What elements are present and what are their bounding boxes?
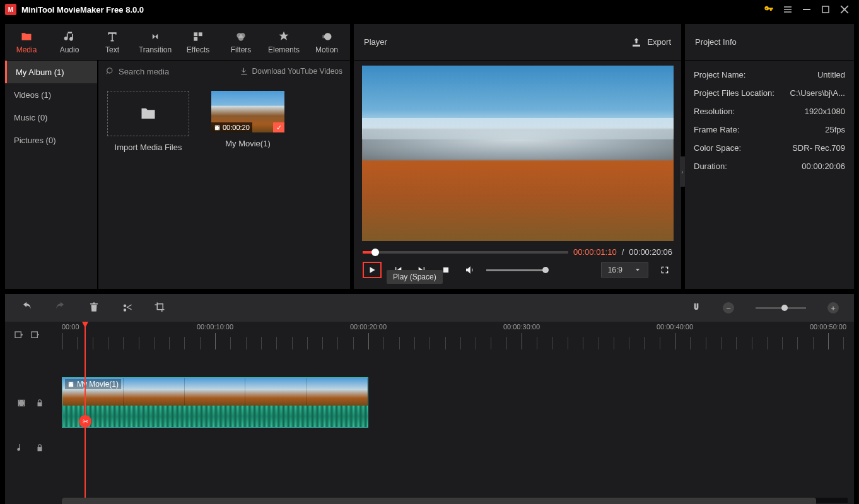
play-button[interactable] <box>363 262 382 278</box>
tab-filters[interactable]: Filters <box>219 24 262 60</box>
sidebar-item-my-album[interactable]: My Album (1) <box>5 61 97 83</box>
workarea: Media Audio Text Transition Effects Filt… <box>0 19 859 294</box>
volume-icon <box>464 264 476 276</box>
clip-duration-badge: 00:00:20 <box>211 122 252 132</box>
split-button[interactable] <box>121 302 132 315</box>
download-icon <box>240 67 248 76</box>
remove-track-button[interactable] <box>30 331 40 343</box>
video-preview[interactable] <box>362 66 674 241</box>
playhead-split-icon[interactable]: ✂ <box>79 415 91 428</box>
add-track-icon <box>14 331 24 341</box>
total-time: 00:00:20:06 <box>629 247 672 257</box>
upgrade-key-icon[interactable] <box>759 0 778 19</box>
tab-motion[interactable]: Motion <box>305 24 348 60</box>
undo-icon <box>20 301 33 314</box>
tab-text[interactable]: Text <box>91 24 134 60</box>
volume-knob[interactable] <box>542 267 549 273</box>
tab-elements[interactable]: Elements <box>262 24 305 60</box>
seek-bar[interactable] <box>363 251 568 254</box>
panel-collapse-handle[interactable]: › <box>680 156 685 187</box>
tab-transition[interactable]: Transition <box>134 24 177 60</box>
aspect-ratio-select[interactable]: 16:9 <box>601 262 648 278</box>
video-track-head <box>5 398 62 408</box>
lock-icon[interactable] <box>35 443 44 452</box>
clip-label: My Movie(1) <box>225 139 271 148</box>
import-label: Import Media Files <box>115 143 182 152</box>
tab-elements-label: Elements <box>268 45 300 54</box>
timeline-toolbar: − + <box>5 294 854 322</box>
search-input[interactable]: Search media <box>106 67 233 76</box>
clip-waveform <box>62 406 368 427</box>
sidebar-item-pictures[interactable]: Pictures (0) <box>5 129 97 151</box>
export-icon <box>631 37 642 48</box>
audio-track-icon <box>16 443 26 453</box>
window-maximize[interactable] <box>816 0 835 19</box>
tab-media[interactable]: Media <box>5 24 48 60</box>
player-panel: Player Export 00:00:01:10 / 00:00:20:06 <box>354 24 681 289</box>
media-main: Search media Download YouTube Videos Imp… <box>98 61 350 289</box>
delete-button[interactable] <box>88 302 100 315</box>
export-button[interactable]: Export <box>631 37 671 48</box>
playhead[interactable]: ✂ <box>85 322 86 498</box>
tab-audio[interactable]: Audio <box>48 24 91 60</box>
timeline-ruler[interactable]: 00:00 00:00:10:00 00:00:20:00 00:00:30:0… <box>62 322 854 353</box>
tab-effects[interactable]: Effects <box>177 24 219 60</box>
remove-track-icon <box>30 331 40 341</box>
media-panel: Media Audio Text Transition Effects Filt… <box>5 24 350 289</box>
lock-icon[interactable] <box>35 399 44 407</box>
player-header: Player Export <box>354 24 681 61</box>
zoom-knob[interactable] <box>781 305 788 311</box>
timeline-clip-1[interactable]: My Movie(1) <box>62 377 368 428</box>
snap-button[interactable] <box>691 302 701 314</box>
zoom-slider[interactable] <box>756 307 806 309</box>
zoom-out-button[interactable]: − <box>723 302 734 314</box>
seek-knob[interactable] <box>371 249 379 256</box>
fullscreen-button[interactable] <box>657 262 672 278</box>
sidebar-item-videos[interactable]: Videos (1) <box>5 83 97 106</box>
audio-track[interactable] <box>5 435 854 460</box>
media-header: Search media Download YouTube Videos <box>98 61 350 82</box>
svg-rect-9 <box>443 267 448 273</box>
volume-button[interactable] <box>462 262 477 278</box>
preview-area: 00:00:01:10 / 00:00:20:06 <box>354 61 681 289</box>
stop-icon <box>441 266 450 274</box>
add-track-button[interactable] <box>14 331 24 343</box>
window-close[interactable] <box>835 0 854 19</box>
info-row-resolution: Resolution:1920x1080 <box>694 102 845 120</box>
clip-thumbnail[interactable]: 00:00:20 ✓ <box>211 91 284 132</box>
svg-rect-1 <box>822 6 829 13</box>
timeline-panel: − + 00:00 00:00:10:00 00:00:20:00 00:00:… <box>5 294 854 504</box>
tab-media-label: Media <box>16 45 37 54</box>
app-logo: M <box>5 4 16 15</box>
svg-point-8 <box>324 33 332 40</box>
fullscreen-icon <box>660 265 670 275</box>
window-minimize[interactable] <box>797 0 816 19</box>
download-youtube-link[interactable]: Download YouTube Videos <box>240 67 342 76</box>
tab-motion-label: Motion <box>315 45 338 54</box>
tab-audio-label: Audio <box>60 45 79 54</box>
scrollbar-thumb[interactable] <box>62 498 816 504</box>
crop-button[interactable] <box>154 302 165 315</box>
sidebar-item-music[interactable]: Music (0) <box>5 106 97 129</box>
current-time: 00:00:01:10 <box>573 247 617 257</box>
timeline-scrollbar[interactable] <box>62 498 848 503</box>
media-sidebar: My Album (1) Videos (1) Music (0) Pictur… <box>5 61 98 289</box>
clip-added-check-icon: ✓ <box>273 122 284 132</box>
audio-track-head <box>5 443 62 453</box>
timeline-body[interactable]: 00:00 00:00:10:00 00:00:20:00 00:00:30:0… <box>5 322 854 504</box>
search-placeholder: Search media <box>119 67 169 76</box>
track-zone: My Movie(1) <box>5 377 854 460</box>
import-media-card[interactable]: Import Media Files <box>107 91 189 152</box>
video-track[interactable]: My Movie(1) <box>5 377 854 429</box>
volume-slider[interactable] <box>486 269 546 271</box>
media-clip-1[interactable]: 00:00:20 ✓ My Movie(1) <box>207 91 289 148</box>
undo-button[interactable] <box>20 301 33 315</box>
menu-icon[interactable] <box>778 0 797 19</box>
zoom-in-button[interactable]: + <box>827 302 839 314</box>
clip-label: My Movie(1) <box>65 379 121 389</box>
svg-rect-4 <box>194 37 197 40</box>
play-tooltip: Play (Space) <box>387 270 443 284</box>
svg-rect-11 <box>32 332 37 337</box>
redo-button[interactable] <box>54 301 67 315</box>
import-dropzone[interactable] <box>107 91 189 136</box>
